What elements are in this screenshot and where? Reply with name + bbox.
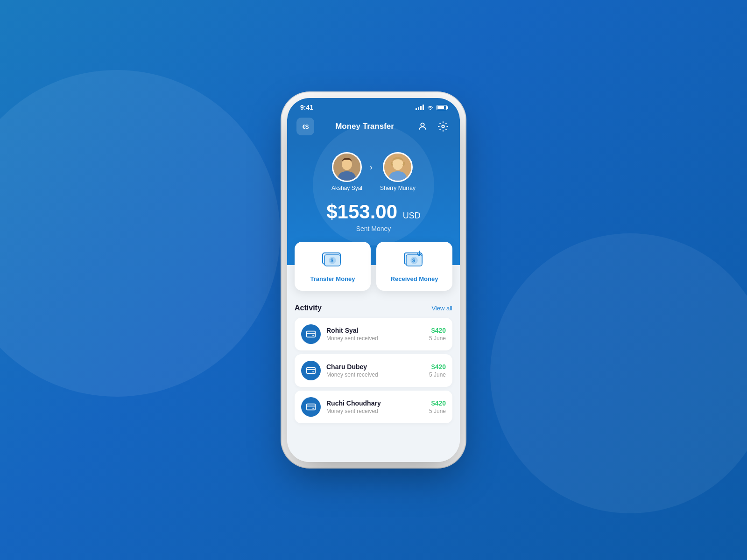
svg-point-22 bbox=[312, 407, 314, 409]
transfer-arrow-icon: › bbox=[370, 162, 373, 172]
activity-list: Rohit Syal Money sent received $420 5 Ju… bbox=[295, 318, 452, 423]
amount-currency: USD bbox=[403, 211, 421, 220]
status-bar: 9:41 bbox=[287, 98, 460, 114]
svg-point-20 bbox=[312, 371, 314, 372]
signal-icon bbox=[416, 105, 424, 110]
svg-rect-17 bbox=[307, 331, 315, 337]
amount-value: $153.00 USD bbox=[326, 201, 421, 223]
receiver-avatar-wrap: Sherry Murray bbox=[380, 152, 416, 191]
transfer-money-icon: $ bbox=[322, 250, 344, 271]
amount-display: $153.00 USD Sent Money bbox=[326, 201, 421, 232]
bg-decoration-right bbox=[490, 233, 747, 513]
status-icons bbox=[416, 105, 447, 110]
activity-date-2: 5 June bbox=[429, 408, 446, 414]
activity-item-0[interactable]: Rohit Syal Money sent received $420 5 Ju… bbox=[295, 318, 452, 350]
activity-name-1: Charu Dubey bbox=[326, 363, 423, 371]
amount-label: Sent Money bbox=[326, 225, 421, 232]
activity-desc-1: Money sent received bbox=[326, 371, 423, 378]
activity-name-2: Ruchi Choudhary bbox=[326, 399, 423, 407]
status-time: 9:41 bbox=[300, 104, 313, 111]
sender-name: Akshay Syal bbox=[331, 185, 362, 191]
transfer-avatars: Akshay Syal › Sherry Murray bbox=[331, 152, 416, 191]
transfer-money-label: Transfer Money bbox=[310, 275, 355, 282]
bg-decoration-left bbox=[0, 70, 280, 397]
activity-date-1: 5 June bbox=[429, 371, 446, 378]
wallet-icon-1 bbox=[306, 365, 316, 376]
app-logo: €$ bbox=[296, 118, 314, 135]
wifi-icon bbox=[427, 105, 434, 110]
activity-info-1: Charu Dubey Money sent received bbox=[326, 363, 423, 378]
sender-avatar-wrap: Akshay Syal bbox=[331, 152, 362, 191]
activity-desc-0: Money sent received bbox=[326, 335, 423, 342]
activity-avatar-2 bbox=[301, 397, 321, 417]
activity-info-0: Rohit Syal Money sent received bbox=[326, 327, 423, 342]
activity-header: Activity View all bbox=[295, 304, 452, 312]
svg-point-2 bbox=[442, 125, 444, 128]
receiver-avatar bbox=[383, 152, 413, 182]
wallet-icon-0 bbox=[306, 329, 316, 339]
action-cards: $ Transfer Money $ Received Money bbox=[287, 242, 460, 291]
svg-point-0 bbox=[430, 109, 431, 110]
sender-avatar bbox=[332, 152, 362, 182]
view-all-button[interactable]: View all bbox=[431, 305, 452, 312]
profile-button[interactable] bbox=[415, 119, 430, 134]
activity-item-2[interactable]: Ruchi Choudhary Money sent received $420… bbox=[295, 391, 452, 423]
svg-rect-19 bbox=[307, 368, 315, 374]
activity-name-0: Rohit Syal bbox=[326, 327, 423, 334]
activity-item-1[interactable]: Charu Dubey Money sent received $420 5 J… bbox=[295, 354, 452, 387]
activity-amount-wrap-0: $420 5 June bbox=[429, 327, 446, 342]
svg-point-5 bbox=[342, 160, 352, 168]
svg-point-8 bbox=[392, 159, 403, 168]
header-actions bbox=[415, 119, 451, 134]
transfer-money-card[interactable]: $ Transfer Money bbox=[295, 242, 371, 291]
svg-text:$: $ bbox=[412, 258, 415, 263]
settings-button[interactable] bbox=[436, 119, 451, 134]
activity-date-0: 5 June bbox=[429, 335, 446, 342]
svg-rect-21 bbox=[307, 404, 315, 410]
received-money-icon: $ bbox=[403, 250, 426, 271]
svg-text:$: $ bbox=[331, 258, 333, 263]
received-money-card[interactable]: $ Received Money bbox=[376, 242, 452, 291]
svg-point-18 bbox=[312, 335, 314, 336]
activity-desc-2: Money sent received bbox=[326, 408, 423, 414]
battery-icon bbox=[437, 105, 447, 110]
activity-section: Activity View all Rohit Syal Money sent … bbox=[287, 296, 460, 462]
activity-avatar-1 bbox=[301, 361, 321, 380]
activity-amount-wrap-1: $420 5 June bbox=[429, 363, 446, 378]
phone-frame: 9:41 €$ Money Transfer bbox=[287, 98, 460, 462]
activity-info-2: Ruchi Choudhary Money sent received bbox=[326, 399, 423, 414]
received-money-label: Received Money bbox=[391, 275, 438, 282]
activity-amount-wrap-2: $420 5 June bbox=[429, 399, 446, 414]
activity-amount-0: $420 bbox=[429, 327, 446, 334]
activity-title: Activity bbox=[295, 304, 322, 312]
wallet-icon-2 bbox=[306, 402, 316, 412]
activity-amount-2: $420 bbox=[429, 399, 446, 407]
activity-avatar-0 bbox=[301, 324, 321, 344]
svg-point-1 bbox=[421, 123, 424, 126]
receiver-name: Sherry Murray bbox=[380, 185, 416, 191]
activity-amount-1: $420 bbox=[429, 363, 446, 371]
